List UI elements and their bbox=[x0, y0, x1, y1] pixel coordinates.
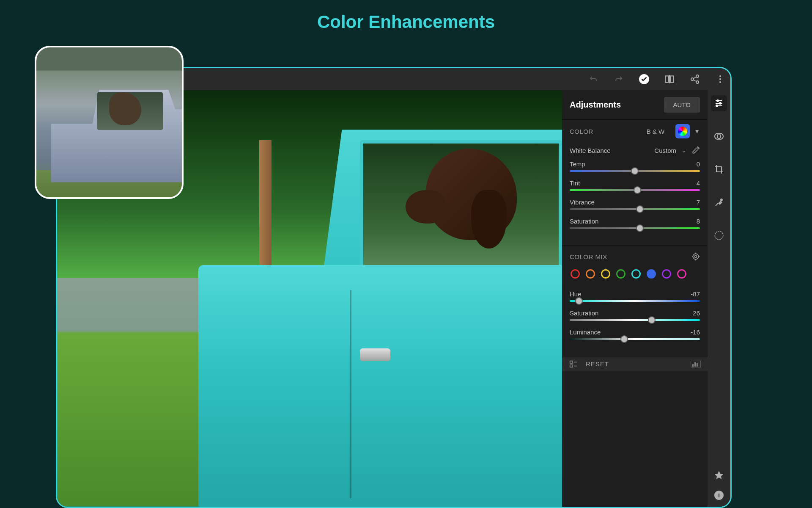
luminance-slider: Luminance -16 bbox=[570, 329, 700, 340]
mix-saturation-track[interactable] bbox=[570, 319, 700, 321]
before-thumbnail[interactable] bbox=[35, 46, 184, 199]
share-icon[interactable] bbox=[689, 73, 701, 85]
hue-thumb[interactable] bbox=[575, 297, 583, 305]
star-icon[interactable] bbox=[711, 467, 727, 483]
color-section-header: COLOR B & W ▼ bbox=[570, 124, 700, 138]
color-wheel-icon bbox=[678, 127, 687, 136]
svg-text:i: i bbox=[718, 491, 720, 499]
saturation-value: 8 bbox=[697, 218, 700, 225]
eyedropper-icon[interactable] bbox=[691, 146, 700, 155]
photo-truck-body bbox=[198, 265, 562, 507]
saturation-thumb[interactable] bbox=[636, 224, 644, 232]
luminance-track[interactable] bbox=[570, 338, 700, 340]
hue-value: -87 bbox=[691, 290, 700, 298]
wb-chevron-icon[interactable]: ⌄ bbox=[681, 147, 686, 154]
adjustments-panel: Adjustments AUTO COLOR B & W ▼ White Bal… bbox=[562, 90, 708, 507]
masking-tool-icon[interactable] bbox=[711, 128, 727, 144]
mix-section-label: COLOR MIX bbox=[570, 253, 607, 260]
svg-point-10 bbox=[719, 78, 721, 80]
more-icon[interactable] bbox=[714, 73, 726, 85]
mix-saturation-value: 26 bbox=[693, 309, 700, 317]
color-mix-section: COLOR MIX Hue -87 bbox=[562, 245, 708, 356]
photo-dog-snout bbox=[406, 190, 446, 224]
undo-icon[interactable] bbox=[587, 73, 599, 85]
svg-rect-18 bbox=[570, 361, 573, 363]
mix-saturation-slider: Saturation 26 bbox=[570, 309, 700, 321]
photo-dog-ear bbox=[471, 190, 507, 248]
color-section-label: COLOR bbox=[570, 128, 636, 135]
svg-point-4 bbox=[696, 75, 699, 77]
tint-thumb[interactable] bbox=[634, 186, 641, 194]
saturation-slider: Saturation 8 bbox=[570, 218, 700, 229]
svg-rect-2 bbox=[670, 76, 674, 82]
hue-label: Hue bbox=[570, 290, 582, 298]
svg-point-34 bbox=[721, 199, 722, 201]
radial-tool-icon[interactable] bbox=[711, 227, 727, 243]
temp-value: 0 bbox=[697, 160, 700, 168]
vibrance-track[interactable] bbox=[570, 208, 700, 210]
presets-icon[interactable] bbox=[569, 359, 578, 369]
vibrance-value: 7 bbox=[697, 199, 700, 206]
mix-header: COLOR MIX bbox=[570, 252, 700, 261]
mix-saturation-label: Saturation bbox=[570, 309, 598, 317]
mix-saturation-thumb[interactable] bbox=[648, 316, 656, 324]
sliders-tool-icon[interactable] bbox=[711, 95, 727, 111]
bw-toggle[interactable]: B & W bbox=[640, 124, 672, 138]
swatch-green[interactable] bbox=[616, 269, 625, 279]
redo-icon[interactable] bbox=[613, 73, 625, 85]
auto-button[interactable]: AUTO bbox=[664, 97, 700, 113]
swatch-yellow[interactable] bbox=[601, 269, 610, 279]
target-adjust-icon[interactable] bbox=[691, 252, 700, 261]
tint-track[interactable] bbox=[570, 189, 700, 191]
page-title: Color Enhancements bbox=[0, 12, 812, 32]
swatch-red[interactable] bbox=[571, 269, 580, 279]
right-toolbar: i bbox=[708, 90, 730, 507]
compare-icon[interactable] bbox=[664, 73, 675, 85]
hue-slider: Hue -87 bbox=[570, 290, 700, 302]
luminance-label: Luminance bbox=[570, 329, 601, 336]
reset-button[interactable]: RESET bbox=[586, 360, 609, 367]
svg-point-29 bbox=[717, 100, 719, 102]
swatch-purple[interactable] bbox=[662, 269, 671, 279]
svg-rect-23 bbox=[692, 364, 694, 367]
crop-tool-icon[interactable] bbox=[711, 161, 727, 177]
swatch-magenta[interactable] bbox=[677, 269, 686, 279]
white-balance-row: White Balance Custom ⌄ bbox=[570, 146, 700, 155]
temp-track[interactable] bbox=[570, 170, 700, 172]
svg-point-5 bbox=[691, 78, 694, 80]
white-balance-value[interactable]: Custom bbox=[654, 147, 676, 154]
saturation-label: Saturation bbox=[570, 218, 598, 225]
temp-thumb[interactable] bbox=[631, 167, 639, 175]
histogram-icon[interactable] bbox=[691, 361, 701, 367]
color-wheel-button[interactable] bbox=[675, 124, 690, 138]
vibrance-thumb[interactable] bbox=[636, 205, 644, 213]
vibrance-label: Vibrance bbox=[570, 199, 595, 206]
info-icon[interactable]: i bbox=[711, 487, 727, 503]
svg-point-12 bbox=[695, 256, 697, 258]
svg-point-9 bbox=[719, 75, 721, 77]
swatch-orange[interactable] bbox=[586, 269, 595, 279]
chevron-down-icon[interactable]: ▼ bbox=[694, 128, 700, 135]
panel-bottom-bar: RESET bbox=[562, 356, 708, 371]
svg-line-7 bbox=[694, 77, 697, 79]
hue-track[interactable] bbox=[570, 300, 700, 302]
svg-point-35 bbox=[715, 231, 723, 240]
swatch-blue[interactable] bbox=[647, 269, 656, 279]
svg-point-11 bbox=[719, 81, 721, 83]
white-balance-label: White Balance bbox=[570, 147, 611, 154]
luminance-thumb[interactable] bbox=[620, 335, 628, 343]
svg-point-6 bbox=[696, 81, 699, 83]
swatch-aqua[interactable] bbox=[631, 269, 641, 279]
healing-tool-icon[interactable] bbox=[711, 194, 727, 210]
svg-rect-1 bbox=[665, 76, 669, 82]
color-section: COLOR B & W ▼ White Balance Custom ⌄ bbox=[562, 119, 708, 245]
panel-header: Adjustments AUTO bbox=[562, 90, 708, 119]
photo-door-seam bbox=[350, 290, 351, 498]
tint-label: Tint bbox=[570, 179, 580, 187]
svg-point-31 bbox=[716, 105, 718, 107]
saturation-track[interactable] bbox=[570, 227, 700, 229]
svg-rect-19 bbox=[570, 364, 573, 367]
tint-value: 4 bbox=[697, 179, 700, 187]
confirm-icon[interactable] bbox=[638, 73, 650, 85]
photo-door-handle bbox=[360, 348, 390, 361]
